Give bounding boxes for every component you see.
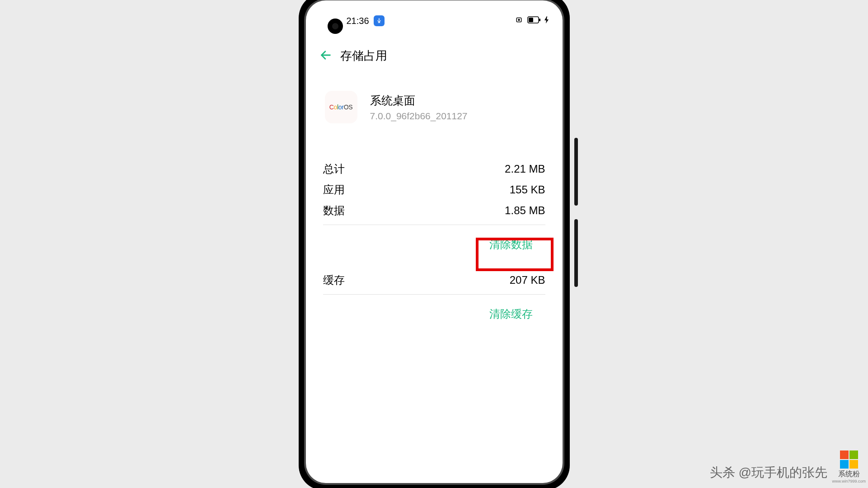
storage-row-app: 应用 155 KB bbox=[323, 183, 545, 197]
storage-row-total: 总计 2.21 MB bbox=[323, 162, 545, 176]
app-name: 系统桌面 bbox=[370, 93, 468, 108]
app-label: 应用 bbox=[323, 183, 345, 197]
watermark-attribution: 头杀 @玩手机的张先 bbox=[710, 464, 827, 481]
watermark-url: www.win7999.com bbox=[832, 479, 866, 483]
page-header: 存储占用 bbox=[319, 48, 549, 64]
divider bbox=[323, 294, 545, 295]
status-left: 21:36 bbox=[347, 15, 385, 26]
volume-up-button[interactable] bbox=[574, 138, 578, 206]
storage-row-cache: 缓存 207 KB bbox=[323, 273, 545, 287]
status-time: 21:36 bbox=[347, 16, 369, 26]
storage-row-data: 数据 1.85 MB bbox=[323, 203, 545, 218]
data-label: 数据 bbox=[323, 203, 345, 218]
app-version: 7.0.0_96f2b66_201127 bbox=[370, 111, 468, 122]
clear-data-button[interactable]: 清除数据 bbox=[480, 232, 542, 257]
phone-inner-frame: 21:36 bbox=[304, 0, 564, 485]
svg-rect-4 bbox=[539, 19, 540, 21]
status-bar: 21:36 bbox=[319, 12, 549, 30]
storage-list: 总计 2.21 MB 应用 155 KB 数据 1.85 MB 清除数据 bbox=[319, 162, 549, 327]
microsoft-logo-icon bbox=[840, 450, 858, 469]
camera-hole bbox=[328, 19, 343, 34]
divider bbox=[323, 225, 545, 225]
battery-icon bbox=[527, 16, 541, 25]
watermark-brand: 系统粉 www.win7999.com bbox=[832, 450, 866, 483]
back-arrow-icon[interactable] bbox=[319, 49, 332, 63]
svg-rect-3 bbox=[529, 18, 533, 22]
data-value: 1.85 MB bbox=[505, 204, 545, 217]
charging-icon bbox=[544, 16, 549, 25]
battery-saver-icon bbox=[516, 16, 524, 26]
clear-cache-button[interactable]: 清除缓存 bbox=[480, 301, 542, 327]
usb-connected-icon bbox=[374, 15, 385, 26]
watermark-brand-name: 系统粉 bbox=[838, 469, 860, 479]
total-label: 总计 bbox=[323, 162, 345, 176]
volume-down-button[interactable] bbox=[574, 219, 578, 287]
svg-point-1 bbox=[518, 19, 520, 21]
clear-cache-row: 清除缓存 bbox=[323, 301, 545, 327]
app-icon: ColorOS bbox=[325, 91, 357, 123]
phone-screen: 21:36 bbox=[306, 0, 563, 483]
app-info-section: ColorOS 系统桌面 7.0.0_96f2b66_201127 bbox=[319, 91, 549, 123]
cache-value: 207 KB bbox=[510, 274, 545, 286]
cache-label: 缓存 bbox=[323, 273, 345, 287]
page-title: 存储占用 bbox=[340, 48, 387, 64]
clear-data-row: 清除数据 bbox=[323, 232, 545, 257]
app-details: 系统桌面 7.0.0_96f2b66_201127 bbox=[370, 93, 468, 122]
app-value: 155 KB bbox=[510, 183, 545, 196]
phone-frame: 21:36 bbox=[299, 0, 570, 488]
status-right bbox=[516, 16, 549, 26]
total-value: 2.21 MB bbox=[505, 163, 545, 175]
